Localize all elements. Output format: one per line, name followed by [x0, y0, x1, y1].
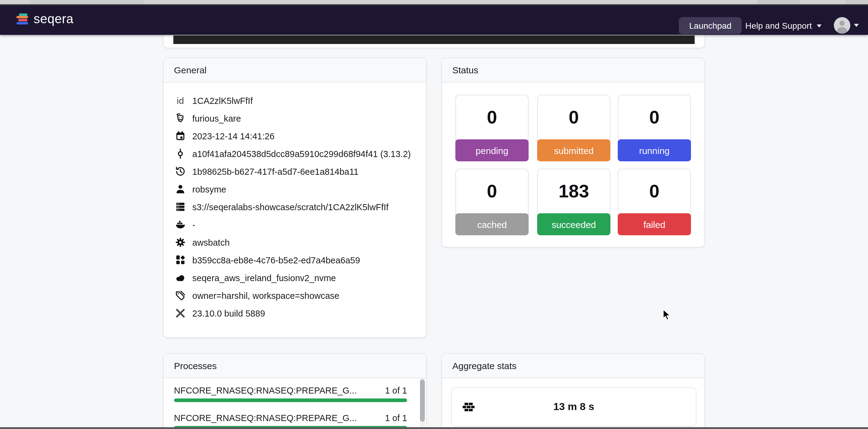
failed-label: failed [618, 213, 691, 235]
walltime-value: 13 m 8 s [452, 388, 696, 426]
blocks-icon [175, 255, 186, 265]
processes-card: Processes NFCORE_RNASEQ:RNASEQ:PREPARE_G… [163, 353, 427, 429]
user-icon [175, 184, 186, 194]
general-row-date: 2023-12-14 14:41:26 [163, 127, 426, 145]
general-row-user: robsyme [163, 180, 426, 198]
aggregate-stats-title: Aggregate stats [452, 361, 517, 371]
process-row[interactable]: NFCORE_RNASEQ:RNASEQ:PREPARE_G... 1 of 1 [174, 411, 407, 429]
general-row-id: id 1CA2zlK5lwFfIf [163, 92, 426, 109]
aggregate-stats-header: Aggregate stats [442, 354, 705, 378]
workdir-value: s3://seqeralabs-showcase/scratch/1CA2zlK… [192, 202, 389, 212]
status-tile-cached: 0 cached [455, 169, 529, 235]
session-id-value: 1b98625b-b627-417f-a5d7-6ee1a814ba11 [192, 167, 359, 176]
labels-value: owner=harshil, workspace=showcase [192, 291, 339, 301]
running-count: 0 [618, 95, 690, 139]
id-label: id [175, 95, 186, 106]
submitted-label: submitted [537, 139, 611, 161]
progress-bar-fill [174, 398, 407, 402]
succeeded-label: succeeded [537, 213, 611, 235]
history-icon [175, 166, 186, 177]
general-title: General [174, 65, 207, 75]
status-card-header: Status [442, 58, 705, 83]
status-tile-failed: 0 failed [618, 169, 691, 235]
calendar-icon [175, 131, 186, 141]
aggregate-stats-card: Aggregate stats 13 m 8 s [441, 353, 705, 429]
pending-label: pending [455, 139, 529, 161]
general-row-runname: furious_kare [163, 109, 426, 127]
git-commit-icon [175, 148, 186, 159]
commit-value: a10f41afa204538d5dcc89a5910c299d68f94f41… [192, 149, 411, 159]
logo-bar-blue [17, 22, 28, 24]
executor-value: awsbatch [192, 237, 230, 247]
logo-bar-orange [17, 16, 28, 19]
logo-bar-teal [19, 13, 27, 16]
status-tile-running: 0 running [618, 95, 691, 161]
submitted-count: 0 [538, 95, 610, 139]
process-name: NFCORE_RNASEQ:RNASEQ:PREPARE_G... [174, 413, 357, 423]
processes-card-header: Processes [163, 354, 426, 378]
pending-count: 0 [456, 95, 528, 139]
browser-tab-shadow [757, 0, 800, 4]
failed-count: 0 [618, 169, 690, 213]
start-date-value: 2023-12-14 14:41:26 [192, 131, 274, 141]
general-row-container: - [163, 216, 426, 233]
cached-count: 0 [456, 169, 528, 213]
status-card: Status 0 pending 0 submitted 0 running 0… [441, 57, 705, 248]
general-row-commit: a10f41afa204538d5dcc89a5910c299d68f94f41… [163, 145, 426, 163]
general-row-workdir: s3://seqeralabs-showcase/scratch/1CA2zlK… [163, 198, 426, 216]
browser-chrome-strip [0, 0, 868, 4]
general-row-executor: awsbatch [163, 233, 426, 251]
general-row-nf-version: 23.10.0 build 5889 [163, 304, 426, 322]
help-and-support-label: Help and Support [745, 21, 812, 31]
run-id-value: 1CA2zlK5lwFfIf [192, 96, 253, 106]
container-value: - [192, 220, 195, 229]
processes-title: Processes [174, 361, 217, 371]
general-row-compute-env: seqera_aws_ireland_fusionv2_nvme [163, 269, 426, 287]
browser-tab-shadow [845, 0, 868, 4]
user-menu[interactable] [834, 17, 859, 34]
help-and-support-menu[interactable]: Help and Support [745, 17, 822, 34]
tags-icon [175, 290, 186, 301]
command-code-block [173, 35, 695, 44]
chevron-down-icon [854, 24, 859, 27]
brand-text: seqera [34, 11, 73, 26]
process-name: NFCORE_RNASEQ:RNASEQ:PREPARE_G... [174, 385, 357, 395]
seqera-logo-icon [17, 12, 28, 25]
general-row-cluster: b359cc8a-eb8e-4c76-b5e2-ed7a4bea6a59 [163, 251, 426, 269]
theater-masks-icon [175, 113, 186, 123]
cloud-icon [175, 273, 186, 283]
top-navbar: seqera Launchpad Help and Support [0, 5, 868, 35]
process-progress-label: 1 of 1 [385, 385, 407, 395]
general-rows: id 1CA2zlK5lwFfIf furious_kare [163, 83, 426, 322]
window-bottom-edge [0, 427, 868, 429]
chevron-down-icon [817, 24, 822, 27]
mouse-cursor [662, 309, 672, 321]
processes-scrollbar-thumb[interactable] [420, 379, 425, 422]
general-row-session: 1b98625b-b627-417f-a5d7-6ee1a814ba11 [163, 163, 426, 180]
general-card: General id 1CA2zlK5lwFfIf furious_kare [163, 57, 427, 338]
succeeded-count: 183 [538, 169, 610, 213]
launchpad-button[interactable]: Launchpad [679, 17, 742, 34]
avatar [834, 17, 850, 34]
compute-env-value: seqera_aws_ireland_fusionv2_nvme [192, 273, 336, 283]
process-row[interactable]: NFCORE_RNASEQ:RNASEQ:PREPARE_G... 1 of 1 [174, 384, 407, 402]
process-progress-label: 1 of 1 [385, 413, 407, 423]
status-tile-submitted: 0 submitted [537, 95, 611, 161]
docker-icon [175, 219, 186, 230]
gear-icon [175, 237, 186, 248]
server-icon [175, 202, 186, 212]
general-row-labels: owner=harshil, workspace=showcase [163, 287, 426, 304]
cached-label: cached [455, 213, 529, 235]
app-root: seqera Launchpad Help and Support Genera… [0, 0, 868, 429]
status-tile-pending: 0 pending [455, 95, 529, 161]
walltime-stat-box: 13 m 8 s [451, 388, 696, 427]
run-name-value: furious_kare [192, 113, 241, 123]
nf-version-value: 23.10.0 build 5889 [192, 308, 265, 318]
seqera-logo[interactable]: seqera [17, 11, 73, 26]
logo-bar-red [18, 19, 27, 21]
status-tile-succeeded: 183 succeeded [537, 169, 611, 235]
username-value: robsyme [192, 184, 226, 194]
browser-tab-shadow [31, 0, 144, 4]
general-card-header: General [163, 58, 426, 83]
status-title: Status [452, 65, 478, 75]
